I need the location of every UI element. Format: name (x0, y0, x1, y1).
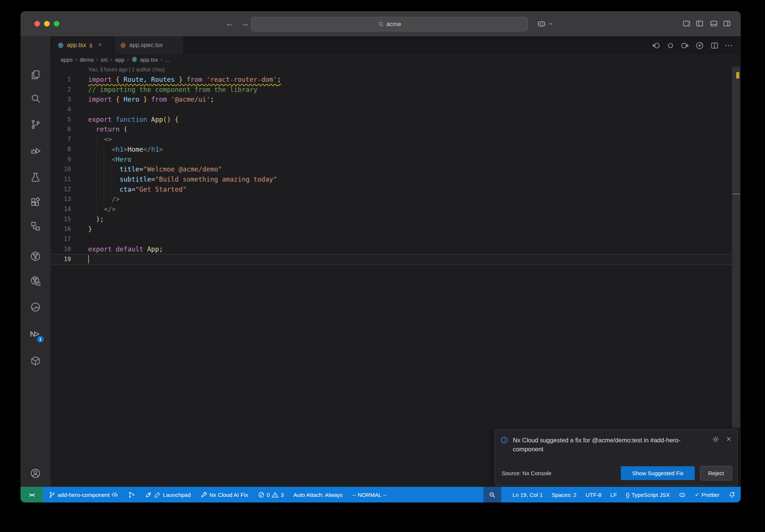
status-encoding[interactable]: UTF-8 (585, 492, 601, 498)
status-vim-mode[interactable]: -- NORMAL -- (352, 492, 387, 498)
status-git-branch[interactable]: add-hero-component (49, 491, 118, 498)
code-line-18[interactable]: 18export default App; (50, 244, 732, 254)
copilot-icon[interactable] (537, 19, 546, 28)
status-problems[interactable]: 03 (258, 491, 284, 498)
extensions-icon[interactable] (30, 197, 41, 208)
code-line-8[interactable]: 8 <h1>Home</h1> (50, 145, 732, 155)
reject-button[interactable]: Reject (700, 466, 732, 480)
project-graph-icon[interactable] (30, 251, 41, 262)
status-notifications-bell[interactable] (728, 491, 735, 498)
run-and-debug-icon[interactable] (30, 145, 41, 156)
maximize-window-button[interactable] (54, 21, 59, 27)
breadcrumb-item[interactable]: demo (80, 56, 94, 63)
customize-layout-icon[interactable] (682, 19, 691, 28)
code-line-1[interactable]: 1import { Route, Routes } from 'react-ro… (50, 75, 732, 85)
code-line-17[interactable]: 17 (50, 234, 732, 244)
line-number[interactable]: 14 (50, 204, 71, 214)
close-tab-icon[interactable] (97, 42, 102, 49)
line-number[interactable]: 15 (50, 214, 71, 225)
show-suggested-fix-button[interactable]: Show Suggested Fix (621, 466, 695, 480)
graph-search-icon[interactable] (30, 275, 41, 287)
line-number[interactable]: 7 (50, 134, 71, 145)
status-scm-graph[interactable] (128, 491, 135, 498)
notification-close-icon[interactable] (725, 436, 732, 445)
status-cursor-position[interactable]: Ln 19, Col 1 (512, 492, 543, 498)
line-number[interactable]: 3 (50, 95, 71, 105)
line-number[interactable]: 11 (50, 174, 71, 185)
code-line-12[interactable]: 12 cta="Get Started" (50, 185, 732, 195)
line-number[interactable]: 4 (50, 105, 71, 115)
status-auto-attach[interactable]: Auto Attach: Always (294, 492, 343, 498)
breadcrumb-item[interactable]: app (115, 56, 124, 63)
breadcrumb-item[interactable]: app.tsx (140, 56, 158, 63)
code-line-10[interactable]: 10 title="Welcmoe @acme/demo" (50, 164, 732, 174)
line-number[interactable]: 18 (50, 244, 71, 254)
toggle-secondary-sidebar-icon[interactable] (723, 19, 731, 28)
tab-app-spec-tsx[interactable]: app.spec.tsx (115, 36, 183, 54)
nav-back-icon[interactable] (652, 41, 661, 50)
close-window-button[interactable] (34, 21, 40, 27)
code-line-11[interactable]: 11 subtitle="Build something amazing tod… (50, 174, 732, 185)
line-number[interactable]: 8 (50, 145, 71, 155)
nx-console-icon[interactable]: N>1 (30, 330, 41, 341)
toggle-sidebar-icon[interactable] (696, 19, 704, 28)
breadcrumb-item[interactable]: apps (61, 56, 73, 63)
split-editor-icon[interactable] (710, 41, 719, 50)
search-icon[interactable] (30, 93, 41, 104)
line-number[interactable]: 13 (50, 194, 71, 204)
code-line-6[interactable]: 6 return ( (50, 124, 732, 134)
code-line-4[interactable]: 4 (50, 105, 732, 115)
breadcrumb-item[interactable]: src (100, 56, 108, 63)
breadcrumb-item[interactable]: … (165, 56, 171, 63)
code-line-16[interactable]: 16} (50, 224, 732, 234)
line-number[interactable]: 17 (50, 234, 71, 244)
status-nx-cloud-ai-fix[interactable]: Nx Cloud AI Fix (201, 491, 248, 498)
status-launchpad[interactable]: Launchpad (145, 491, 191, 498)
accounts-icon[interactable] (30, 468, 41, 479)
code-line-7[interactable]: 7 <> (50, 134, 732, 145)
line-number[interactable]: 19 (50, 254, 71, 265)
more-actions-icon[interactable] (724, 41, 733, 50)
edge-devtools-icon[interactable] (30, 301, 41, 313)
code-line-14[interactable]: 14 </> (50, 204, 732, 214)
status-formatter[interactable]: ✓Prettier (695, 491, 719, 498)
line-number[interactable]: 16 (50, 224, 71, 234)
code-line-9[interactable]: 9 <Hero (50, 155, 732, 165)
toggle-panel-icon[interactable] (710, 19, 718, 28)
code-line-3[interactable]: 3import { Hero } from '@acme/ui'; (50, 95, 732, 105)
line-number[interactable]: 9 (50, 155, 71, 165)
line-number[interactable]: 10 (50, 164, 71, 174)
remote-indicator[interactable]: >< (21, 487, 43, 502)
notification-settings-icon[interactable] (712, 436, 719, 445)
containers-icon[interactable] (30, 355, 41, 366)
tab-app-tsx[interactable]: app.tsx 3 (52, 36, 113, 54)
status-zoom-level[interactable] (483, 487, 501, 502)
line-number[interactable]: 1 (50, 75, 71, 85)
line-number[interactable]: 5 (50, 115, 71, 125)
line-number[interactable]: 2 (50, 85, 71, 95)
status-indentation[interactable]: Spaces: 2 (552, 492, 577, 498)
command-center-search[interactable]: acme (251, 17, 528, 31)
references-icon[interactable] (30, 220, 41, 232)
editor-scrollbar[interactable] (732, 66, 740, 428)
breadcrumb[interactable]: apps › demo › src › app › app.tsx › … (50, 54, 741, 65)
minimize-window-button[interactable] (44, 21, 50, 27)
status-language-mode[interactable]: {}TypeScript JSX (626, 492, 670, 498)
nav-location-icon[interactable] (666, 41, 675, 50)
code-editor[interactable]: You, 3 hours ago | 1 author (You) 1impor… (50, 65, 732, 487)
history-back-icon[interactable]: ← (224, 18, 235, 29)
line-number[interactable]: 12 (50, 185, 71, 195)
chevron-down-icon[interactable] (548, 21, 554, 27)
code-line-5[interactable]: 5export function App() { (50, 115, 732, 125)
status-eol[interactable]: LF (610, 492, 617, 498)
nav-forward-icon[interactable] (680, 41, 689, 50)
line-number[interactable]: 6 (50, 124, 71, 134)
source-control-icon[interactable] (30, 119, 41, 130)
code-line-2[interactable]: 2// importing the component from the lib… (50, 85, 732, 95)
status-copilot[interactable] (679, 491, 686, 498)
code-line-19[interactable]: 19 (50, 254, 732, 265)
explorer-icon[interactable] (30, 69, 41, 80)
run-file-icon[interactable] (695, 41, 704, 50)
code-line-15[interactable]: 15 ); (50, 214, 732, 225)
history-forward-icon[interactable]: → (239, 18, 251, 29)
